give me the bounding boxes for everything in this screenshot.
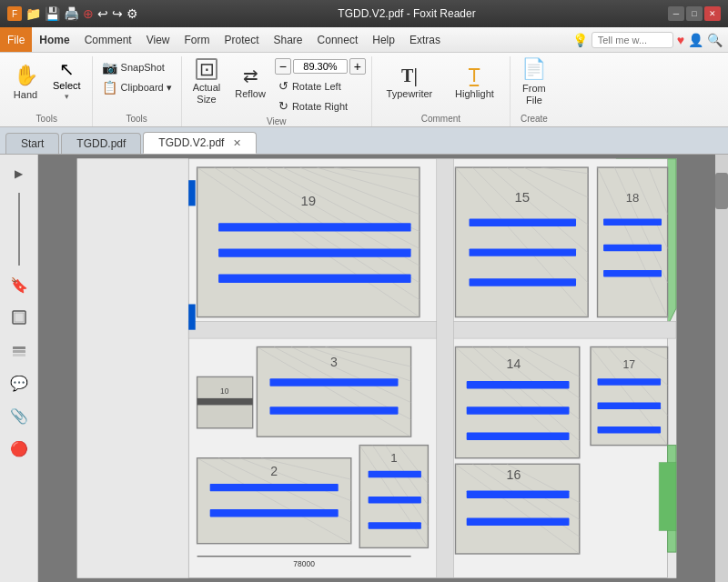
snapshot-col: 📷 SnapShot 📋 Clipboard ▾ [98,56,176,96]
scroll-thumb[interactable] [715,173,728,209]
right-scrollbar[interactable] [715,155,728,582]
menu-protect[interactable]: Protect [217,27,267,52]
svg-rect-71 [210,484,339,491]
ribbon-group-tools: ✋ Hand ↖ Select ▾ Tools [2,56,93,126]
close-button[interactable]: ✕ [704,6,721,21]
hand-label: Hand [14,89,37,100]
toolbar-icon-scan[interactable]: ⊕ [83,6,94,21]
toolbar-icon-redo[interactable]: ↪ [112,6,123,21]
hand-button[interactable]: ✋ Hand [7,56,44,107]
toolbar-icon-print[interactable]: 🖨️ [64,6,79,21]
svg-rect-43 [603,270,662,277]
attachments-button[interactable]: 📎 [4,400,35,431]
svg-rect-90 [598,403,662,410]
layers-button[interactable] [4,335,35,366]
tab-tgddv2[interactable]: TGDD.V2.pdf ✕ [143,132,256,154]
snapshot-button[interactable]: 📷 SnapShot [98,58,176,76]
select-dropdown-arrow: ▾ [65,92,69,101]
tab-tgddv2-label: TGDD.V2.pdf [158,136,224,149]
svg-rect-32 [470,219,577,226]
toolbar-icon-extra[interactable]: ⚙ [126,6,138,21]
app-icon: F [7,6,22,21]
highlight-label: Highlight [455,88,494,99]
floorplan-svg: 19 15 18 10 [38,155,715,582]
svg-rect-98 [467,490,570,497]
svg-rect-1 [15,313,24,322]
svg-rect-54 [270,378,399,386]
svg-rect-72 [210,509,339,517]
pdf-viewport: 19 15 18 10 [38,155,715,582]
toolbar-icon-undo[interactable]: ↩ [97,6,108,21]
maximize-button[interactable]: □ [686,6,703,21]
typewriter-button[interactable]: T| Typewriter [378,56,441,107]
svg-rect-55 [270,406,399,414]
toolbar-icon-folder[interactable]: 📁 [25,6,41,21]
clipboard-label: Clipboard ▾ [121,82,172,94]
zoom-input[interactable] [293,59,348,74]
reflow-button[interactable]: ⇄ Reflow [229,56,271,107]
tab-start-label: Start [21,137,44,150]
comments-button[interactable]: 💬 [4,367,35,398]
rotate-left-icon: ↺ [278,79,288,93]
menu-comment[interactable]: Comment [77,27,139,52]
toolbar-icon-save[interactable]: 💾 [45,6,60,21]
left-sidebar: ▶ 🔖 💬 📎 🔴 [0,155,38,582]
svg-rect-22 [218,248,411,256]
clipboard-button[interactable]: 📋 Clipboard ▾ [98,78,176,96]
svg-rect-33 [470,248,577,256]
security-button[interactable]: 🔴 [4,433,35,464]
menu-file[interactable]: File [0,27,32,52]
layers-icon [11,342,27,358]
svg-rect-21 [218,223,411,231]
svg-text:14: 14 [507,356,521,371]
tab-tgdd-label: TGDD.pdf [76,137,126,150]
search-icon[interactable]: 🔍 [707,33,723,47]
actual-size-icon: ⊡ [196,58,217,80]
select-button[interactable]: ↖ Select ▾ [47,56,86,107]
actual-size-button[interactable]: ⊡ ActualSize [187,56,227,107]
highlight-button[interactable]: T̲ Highlight [445,56,504,107]
rotate-left-button[interactable]: ↺ Rotate Left [275,77,366,95]
svg-text:18: 18 [626,191,640,205]
title-bar: F 📁 💾 🖨️ ⊕ ↩ ↪ ⚙ TGDD.V2.pdf - Foxit Rea… [0,0,728,27]
menu-connect[interactable]: Connect [310,27,366,52]
zoom-out-button[interactable]: − [275,58,291,75]
menu-home[interactable]: Home [32,27,76,52]
from-file-button[interactable]: 📄 FromFile [516,56,552,107]
select-label: Select [53,80,81,91]
snapshot-group-label: Tools [126,112,147,126]
expand-panel-button[interactable]: ▶ [4,158,35,189]
select-top[interactable]: ↖ Select ▾ [47,56,86,103]
page-thumbnail-button[interactable] [4,302,35,333]
select-icon: ↖ [59,58,75,80]
menu-form[interactable]: Form [177,27,217,52]
bookmark-button[interactable]: 🔖 [4,269,35,300]
zoom-row: − + [275,58,366,75]
menu-share[interactable]: Share [267,27,310,52]
svg-text:3: 3 [330,355,338,369]
svg-rect-10 [437,159,454,578]
snapshot-icon: 📷 [102,60,117,75]
title-bar-icons: F 📁 💾 🖨️ ⊕ ↩ ↪ ⚙ [7,6,138,21]
heart-icon[interactable]: ♥ [677,33,684,47]
menu-view[interactable]: View [139,27,177,52]
svg-rect-89 [598,378,662,386]
zoom-in-button[interactable]: + [349,58,366,75]
search-input[interactable] [592,32,673,48]
svg-text:17: 17 [623,358,636,371]
hand-icon: ✋ [14,64,38,87]
tab-start[interactable]: Start [5,133,59,154]
svg-text:1: 1 [390,451,397,465]
menu-extras[interactable]: Extras [402,27,448,52]
menu-help[interactable]: Help [365,27,402,52]
user-icon[interactable]: 👤 [688,33,703,47]
ribbon-group-tools-content: ✋ Hand ↖ Select ▾ [7,56,86,112]
tab-tgdd[interactable]: TGDD.pdf [61,133,141,154]
rotate-right-label: Rotate Right [292,101,348,112]
svg-text:19: 19 [300,193,316,208]
ribbon-group-comment-content: T| Typewriter T̲ Highlight [378,56,504,112]
rotate-right-button[interactable]: ↻ Rotate Right [275,97,366,115]
tab-close-icon[interactable]: ✕ [233,137,241,148]
minimize-button[interactable]: ─ [668,6,684,21]
svg-rect-81 [467,406,570,414]
